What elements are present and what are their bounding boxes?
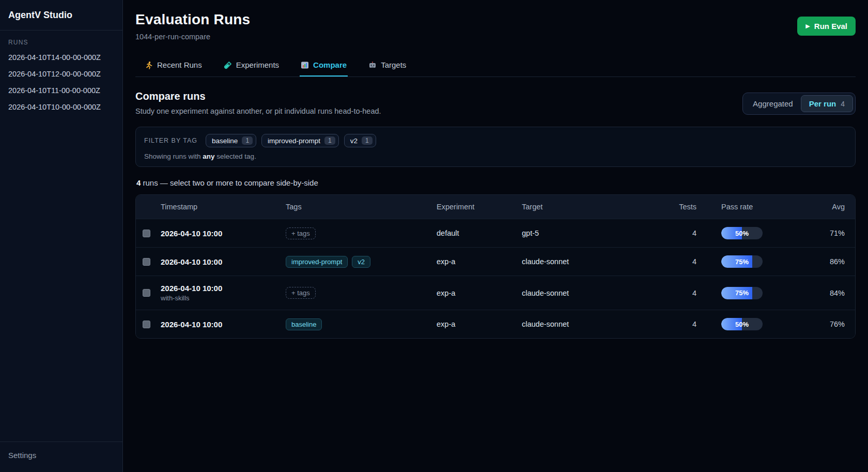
play-icon: ▶	[805, 23, 810, 29]
sidebar-spacer	[0, 115, 122, 441]
main-content: Evaluation Runs 1044-per-run-compare ▶ R…	[123, 0, 868, 472]
row-tag[interactable]: baseline	[286, 318, 322, 330]
row-checkbox[interactable]	[143, 258, 150, 266]
filter-tag-chips: baseline1improved-prompt1v21	[206, 134, 376, 147]
row-checkbox[interactable]	[143, 321, 150, 328]
sidebar-runs-label: RUNS	[0, 31, 122, 49]
row-timestamp-subtitle: with-skills	[161, 294, 286, 302]
cell-experiment: default	[437, 221, 522, 245]
cell-avg: 71%	[787, 221, 855, 245]
cell-target: claude-sonnet	[522, 281, 651, 305]
page-subtitle: 1044-per-run-compare	[135, 33, 250, 41]
cell-tests: 4	[651, 281, 696, 305]
sidebar-run-item[interactable]: 2026-04-10T14-00-00-000Z	[0, 49, 122, 66]
filter-note: Showing runs with any selected tag.	[144, 153, 847, 160]
cell-tags: baseline	[286, 311, 437, 338]
row-checkbox[interactable]	[143, 289, 150, 297]
add-tags-button[interactable]: + tags	[286, 287, 316, 299]
compare-description: Study one experiment against another, or…	[135, 107, 381, 115]
filter-row: FILTER BY TAG baseline1improved-prompt1v…	[144, 134, 847, 147]
cell-tests: 4	[651, 221, 696, 245]
sidebar-run-list: 2026-04-10T14-00-00-000Z2026-04-10T12-00…	[0, 49, 122, 115]
filter-tag-chip[interactable]: baseline1	[206, 134, 256, 147]
filter-tag-chip[interactable]: improved-prompt1	[261, 134, 339, 147]
filter-tag-count: 1	[362, 136, 373, 145]
compare-section-header: Compare runs Study one experiment agains…	[135, 90, 856, 115]
table-header-row: TimestampTagsExperimentTargetTestsPass r…	[136, 195, 855, 219]
cell-avg: 76%	[787, 312, 855, 336]
table-row: 2026-04-10 10:00improved-promptv2exp-acl…	[136, 247, 855, 276]
runner-icon	[145, 61, 153, 69]
row-timestamp: 2026-04-10 10:00	[161, 229, 286, 238]
pass-rate-label: 75%	[721, 255, 763, 268]
cell-experiment: exp-a	[437, 281, 522, 305]
settings-link[interactable]: Settings	[8, 451, 114, 460]
filter-tag-chip[interactable]: v21	[344, 134, 376, 147]
filter-note-mode: any	[203, 153, 214, 160]
header-cell-tags: Tags	[286, 195, 437, 219]
row-tag[interactable]: v2	[352, 256, 370, 268]
sidebar-run-item[interactable]: 2026-04-10T12-00-00-000Z	[0, 66, 122, 82]
toggle-option-count: 4	[841, 100, 845, 108]
pass-rate-pill: 50%	[721, 318, 763, 330]
tab-label: Compare	[313, 60, 347, 69]
cell-target: gpt-5	[522, 221, 651, 245]
toggle-option-per-run[interactable]: Per run4	[801, 95, 853, 112]
tab-experiments[interactable]: Experiments	[223, 55, 280, 77]
cell-pass-rate: 75%	[696, 248, 787, 276]
filter-tag-name: v2	[350, 137, 358, 145]
pass-rate-pill: 50%	[721, 227, 763, 239]
cell-timestamp: 2026-04-10 10:00with-skills	[161, 276, 286, 310]
cell-target: claude-sonnet	[522, 250, 651, 273]
pass-rate-pill: 75%	[721, 287, 763, 299]
cell-experiment: exp-a	[437, 250, 522, 273]
tab-label: Experiments	[236, 60, 279, 69]
header-cell-avg: Avg	[787, 195, 855, 219]
table-body: 2026-04-10 10:00+ tagsdefaultgpt-5450%71…	[136, 219, 855, 338]
tab-recent-runs[interactable]: Recent Runs	[144, 55, 203, 77]
view-mode-toggle: AggregatedPer run4	[742, 93, 856, 115]
filter-panel: FILTER BY TAG baseline1improved-prompt1v…	[135, 127, 856, 167]
pass-rate-label: 50%	[721, 227, 763, 239]
run-eval-button[interactable]: ▶ Run Eval	[797, 17, 856, 36]
cell-checkbox	[136, 281, 161, 304]
header-cell-target: Target	[522, 195, 651, 219]
app-brand: AgentV Studio	[0, 0, 122, 30]
robot-icon	[368, 61, 377, 69]
tab-bar: Recent RunsExperimentsCompareTargets	[135, 55, 856, 77]
cell-pass-rate: 50%	[696, 219, 787, 247]
page-header: Evaluation Runs 1044-per-run-compare ▶ R…	[135, 11, 856, 41]
sidebar-run-item[interactable]: 2026-04-10T10-00-00-000Z	[0, 99, 122, 115]
cell-avg: 84%	[787, 281, 855, 305]
pass-rate-label: 50%	[721, 318, 763, 330]
toggle-option-aggregated[interactable]: Aggregated	[745, 96, 801, 112]
cell-checkbox	[136, 222, 161, 245]
row-checkbox[interactable]	[143, 230, 150, 237]
add-tags-button[interactable]: + tags	[286, 227, 316, 239]
cell-experiment: exp-a	[437, 312, 522, 336]
cell-tests: 4	[651, 250, 696, 273]
tab-targets[interactable]: Targets	[367, 55, 407, 77]
bar-chart-icon	[301, 61, 309, 69]
table-row: 2026-04-10 10:00baselineexp-aclaude-sonn…	[136, 310, 855, 338]
filter-tag-count: 1	[324, 136, 335, 145]
row-timestamp: 2026-04-10 10:00	[161, 284, 286, 293]
compare-heading-block: Compare runs Study one experiment agains…	[135, 90, 381, 115]
test-tube-icon	[224, 61, 232, 69]
cell-avg: 86%	[787, 250, 855, 273]
runs-summary: 4 runs — select two or more to compare s…	[136, 178, 856, 187]
tab-compare[interactable]: Compare	[300, 55, 348, 77]
filter-note-suffix: selected tag.	[215, 153, 256, 160]
cell-tags: + tags	[286, 220, 437, 247]
pass-rate-pill: 75%	[721, 255, 763, 268]
run-eval-label: Run Eval	[814, 22, 847, 31]
sidebar-run-item[interactable]: 2026-04-10T11-00-00-000Z	[0, 82, 122, 99]
sidebar: AgentV Studio RUNS 2026-04-10T14-00-00-0…	[0, 0, 123, 472]
header-cell-experiment: Experiment	[437, 195, 522, 219]
filter-label: FILTER BY TAG	[144, 137, 197, 144]
runs-summary-text: runs — select two or more to compare sid…	[141, 178, 318, 187]
cell-timestamp: 2026-04-10 10:00	[161, 312, 286, 337]
page-title: Evaluation Runs	[135, 11, 250, 28]
sidebar-footer: Settings	[0, 441, 122, 472]
row-tag[interactable]: improved-prompt	[286, 256, 348, 268]
